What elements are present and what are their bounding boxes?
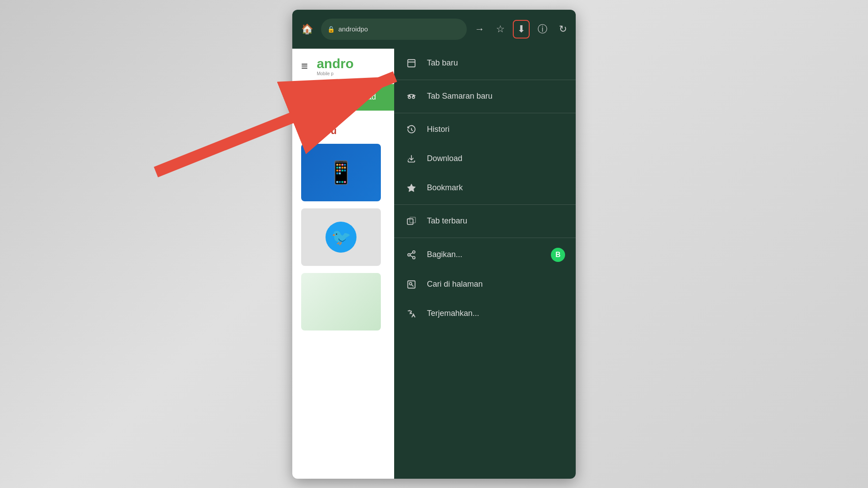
svg-point-16 xyxy=(409,282,412,285)
bookmark-star-button[interactable]: ☆ xyxy=(492,20,508,38)
menu-divider-2 xyxy=(394,113,576,113)
history-icon xyxy=(405,123,418,136)
menu-item-tab-samaran[interactable]: Tab Samaran baru xyxy=(394,82,576,111)
menu-label-download: Download xyxy=(427,154,565,163)
svg-point-10 xyxy=(413,250,415,253)
menu-divider-4 xyxy=(394,238,576,238)
section-divider xyxy=(301,119,328,121)
svg-line-13 xyxy=(410,255,413,257)
menu-label-tab-terbaru: Tab terbaru xyxy=(427,216,565,226)
tab-icon xyxy=(405,57,418,70)
lock-icon: 🔒 xyxy=(327,26,335,33)
incognito-icon xyxy=(405,90,418,103)
menu-item-cari[interactable]: Cari di halaman xyxy=(394,270,576,299)
address-bar[interactable]: 🔒 androidpo xyxy=(321,19,467,40)
menu-label-terjemahkan: Terjemahkan... xyxy=(427,309,565,318)
bookmark-icon xyxy=(405,181,418,195)
forward-button[interactable]: → xyxy=(471,20,488,38)
url-text: androidpo xyxy=(338,25,461,33)
menu-item-tab-terbaru[interactable]: Tab terbaru xyxy=(394,207,576,236)
logo-text: andro xyxy=(317,56,353,71)
share-icon xyxy=(405,248,418,261)
menu-divider-1 xyxy=(394,80,576,80)
download-button[interactable]: ⬇ xyxy=(513,20,530,38)
download-menu-icon xyxy=(405,152,418,165)
twitter-icon: 🐦 xyxy=(326,222,356,253)
svg-line-14 xyxy=(410,252,413,254)
svg-point-5 xyxy=(413,95,414,96)
svg-point-12 xyxy=(413,256,415,259)
tabs-icon xyxy=(405,215,418,228)
svg-point-11 xyxy=(408,254,411,256)
menu-item-bookmark[interactable]: Bookmark xyxy=(394,173,576,203)
card-image-2[interactable]: 🐦 xyxy=(301,208,381,266)
card-image-1[interactable]: 📱 xyxy=(301,144,381,201)
banner-text: AP… Download xyxy=(320,92,376,102)
logo-subtext: Mobile p xyxy=(317,71,353,76)
svg-line-17 xyxy=(412,284,414,286)
svg-point-4 xyxy=(409,95,410,96)
menu-label-tab-baru: Tab baru xyxy=(427,58,565,68)
menu-label-bookmark: Bookmark xyxy=(427,183,565,192)
site-logo: andro Mobile p xyxy=(317,56,353,76)
website-content: ≡ andro Mobile p ! AP… Download Terbaru xyxy=(292,49,576,479)
home-button[interactable]: 🏠 xyxy=(298,20,317,38)
svg-marker-7 xyxy=(407,184,415,191)
translate-icon xyxy=(405,307,418,320)
context-menu: Tab baru Tab Samaran baru xyxy=(394,49,576,479)
menu-label-histori: Histori xyxy=(427,125,565,134)
menu-item-terjemahkan[interactable]: Terjemahkan... xyxy=(394,299,576,328)
whatsapp-badge: B xyxy=(551,248,565,262)
hamburger-menu[interactable]: ≡ xyxy=(301,59,308,73)
search-page-icon xyxy=(405,278,418,291)
menu-label-tab-samaran: Tab Samaran baru xyxy=(427,92,565,101)
menu-item-tab-baru[interactable]: Tab baru xyxy=(394,49,576,78)
svg-rect-0 xyxy=(408,59,415,67)
menu-label-cari: Cari di halaman xyxy=(427,280,565,289)
menu-divider-3 xyxy=(394,204,576,205)
info-button[interactable]: ⓘ xyxy=(534,19,551,39)
refresh-button[interactable]: ↻ xyxy=(555,20,570,38)
warning-icon: ! xyxy=(301,91,314,104)
menu-item-histori[interactable]: Histori xyxy=(394,115,576,144)
browser-toolbar: 🏠 🔒 androidpo → ☆ ⬇ ⓘ ↻ xyxy=(292,10,576,49)
menu-label-bagikan: Bagikan... xyxy=(427,250,542,259)
menu-item-bagikan[interactable]: Bagikan... B xyxy=(394,240,576,270)
card-image-3[interactable] xyxy=(301,273,381,330)
menu-item-download[interactable]: Download xyxy=(394,144,576,173)
